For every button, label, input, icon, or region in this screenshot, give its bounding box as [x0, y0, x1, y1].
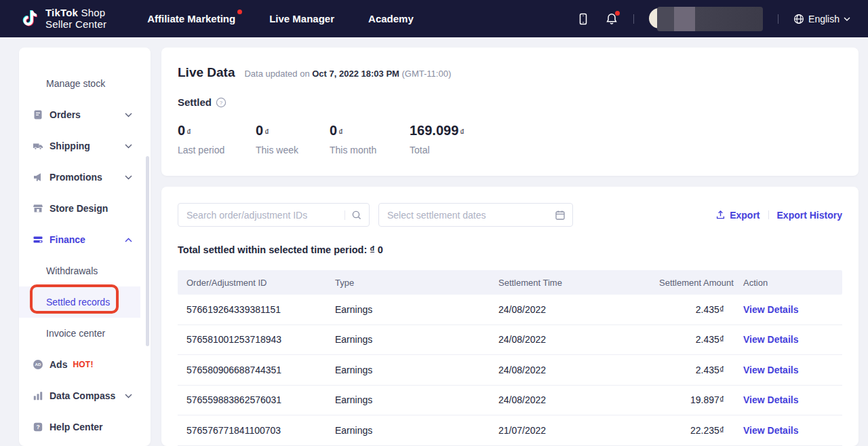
settlement-amount: 2.435₫ — [659, 304, 734, 315]
column-header: Settlement Time — [490, 278, 659, 288]
record-type: Earnings — [326, 394, 490, 405]
divider — [344, 210, 345, 220]
stat-this-week: 0₫ This week — [256, 123, 330, 155]
hot-badge: HOT! — [73, 360, 93, 369]
chevron-up-icon — [125, 238, 132, 242]
search-box — [178, 203, 370, 227]
sidebar-item-finance[interactable]: Finance — [19, 224, 151, 255]
currency-symbol: ₫ — [186, 127, 191, 137]
record-type: Earnings — [326, 365, 490, 375]
total-settled-line: Total settled within selected time perio… — [178, 244, 842, 255]
sidebar-item-invoice-center[interactable]: Invoice center — [19, 318, 151, 349]
date-range-box — [378, 203, 573, 227]
view-details-link[interactable]: View Details — [743, 304, 842, 315]
view-details-link[interactable]: View Details — [743, 334, 842, 345]
settled-records-card: Export Export History Total settled with… — [161, 187, 859, 446]
user-account[interactable] — [649, 7, 763, 31]
sidebar-item-settled-records[interactable]: Settled records — [19, 286, 140, 318]
settlement-amount: 2.435₫ — [659, 365, 734, 375]
currency-symbol: ₫ — [719, 425, 724, 436]
tiktok-shop-logo[interactable]: TikTok Shop Seller Center — [20, 7, 106, 30]
live-data-card: Live Data Data updated on Oct 7, 2022 18… — [161, 48, 859, 176]
sidebar-item-ads[interactable]: AD Ads HOT! — [19, 349, 151, 380]
settlement-dates-input[interactable] — [387, 210, 555, 221]
column-header: Type — [326, 278, 490, 288]
logo-text: TikTok Shop Seller Center — [45, 7, 106, 30]
record-type: Earnings — [326, 425, 490, 436]
settlement-time: 24/08/2022 — [490, 394, 659, 405]
sidebar-item-help-center[interactable]: ? Help Center — [19, 411, 151, 443]
blurred-username — [657, 7, 763, 31]
export-icon — [715, 210, 726, 220]
export-history-button[interactable]: Export History — [777, 210, 842, 221]
sidebar-item-store-design[interactable]: Store Design — [19, 193, 151, 224]
chevron-down-icon — [125, 144, 132, 149]
view-details-link[interactable]: View Details — [743, 365, 842, 375]
table-row: 576581001253718943 Earnings 24/08/2022 2… — [178, 325, 842, 356]
sidebar-item-promotions[interactable]: Promotions — [19, 162, 151, 193]
currency-symbol: ₫ — [719, 304, 724, 315]
svg-text:?: ? — [220, 100, 223, 106]
currency-symbol: ₫ — [719, 394, 724, 405]
record-type: Earnings — [326, 334, 490, 345]
help-circle-icon[interactable]: ? — [216, 97, 226, 108]
orders-icon — [33, 109, 43, 120]
megaphone-icon — [33, 172, 43, 183]
tiktok-note-icon — [20, 8, 39, 30]
notifications-bell-icon[interactable] — [605, 12, 618, 26]
sidebar-item-manage-stock[interactable]: Manage stock — [19, 68, 151, 99]
sidebar-scrollbar[interactable] — [146, 156, 149, 346]
order-id: 576619264339381151 — [178, 304, 326, 315]
language-label: English — [808, 14, 840, 24]
search-icon[interactable] — [351, 210, 362, 221]
currency-symbol: ₫ — [719, 365, 724, 375]
settlement-time: 24/08/2022 — [490, 334, 659, 345]
currency-symbol: ₫ — [264, 127, 269, 137]
nav-affiliate-marketing[interactable]: Affiliate Marketing — [147, 13, 235, 24]
view-details-link[interactable]: View Details — [743, 425, 842, 436]
order-id: 576580906688744351 — [178, 365, 326, 375]
export-area: Export Export History — [715, 210, 842, 221]
column-header: Action — [734, 278, 842, 288]
sidebar: Manage stock Orders Shipping — [19, 48, 151, 446]
top-navbar: TikTok Shop Seller Center Affiliate Mark… — [0, 0, 868, 37]
view-details-link[interactable]: View Details — [743, 394, 842, 405]
mobile-app-icon[interactable] — [576, 12, 590, 26]
order-id: 576559883862576031 — [178, 394, 326, 405]
data-updated-text: Data updated on Oct 7, 2022 18:03 PM (GM… — [244, 69, 451, 79]
sidebar-item-orders[interactable]: Orders — [19, 99, 151, 130]
sidebar-item-data-compass[interactable]: Data Compass — [19, 380, 151, 411]
language-selector[interactable]: English — [793, 14, 850, 24]
record-type: Earnings — [326, 304, 490, 315]
sidebar-item-withdrawals[interactable]: Withdrawals — [19, 255, 151, 286]
table-row: 576559883862576031 Earnings 24/08/2022 1… — [178, 386, 842, 416]
chevron-down-icon — [844, 17, 850, 21]
search-input[interactable] — [186, 210, 342, 221]
currency-symbol: ₫ — [338, 127, 343, 137]
stat-total: 169.099₫ Total — [410, 123, 465, 155]
nav-live-manager[interactable]: Live Manager — [269, 13, 334, 24]
settled-records-table: Order/Adjustment ID Type Settlement Time… — [178, 270, 842, 446]
table-header-row: Order/Adjustment ID Type Settlement Time… — [178, 270, 842, 295]
storefront-icon — [33, 203, 43, 214]
chevron-down-icon — [125, 394, 132, 398]
notification-dot — [237, 10, 242, 14]
settlement-amount: 19.897₫ — [659, 394, 734, 405]
settlement-amount: 22.235₫ — [659, 425, 734, 436]
order-id: 576581001253718943 — [178, 334, 326, 345]
calendar-icon[interactable] — [555, 210, 566, 221]
currency-symbol: ₫ — [460, 127, 465, 137]
svg-text:AD: AD — [35, 362, 41, 367]
page-title: Live Data — [178, 65, 235, 80]
ads-icon: AD — [33, 359, 43, 370]
stat-this-month: 0₫ This month — [330, 123, 410, 155]
settlement-time: 24/08/2022 — [490, 365, 659, 375]
main-content: Live Data Data updated on Oct 7, 2022 18… — [161, 48, 859, 446]
sidebar-item-shipping[interactable]: Shipping — [19, 130, 151, 162]
divider — [768, 210, 769, 219]
bell-notification-dot — [615, 11, 620, 16]
bar-chart-icon — [33, 390, 43, 401]
export-button[interactable]: Export — [715, 210, 760, 221]
column-header: Order/Adjustment ID — [178, 278, 326, 288]
nav-academy[interactable]: Academy — [368, 13, 414, 24]
